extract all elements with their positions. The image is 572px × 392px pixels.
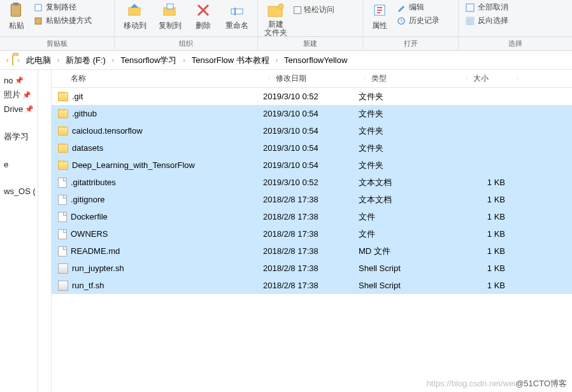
paste-shortcut-icon bbox=[33, 16, 43, 26]
properties-icon bbox=[369, 1, 390, 19]
file-name: run_tf.sh bbox=[72, 281, 104, 290]
table-row[interactable]: .git2019/3/10 0:52文件夹 bbox=[52, 88, 572, 105]
table-row[interactable]: datasets2019/3/10 0:54文件夹 bbox=[52, 139, 572, 157]
table-row[interactable]: .github2019/3/10 0:54文件夹 bbox=[52, 105, 572, 122]
allcancel-button[interactable]: 全部取消 bbox=[464, 1, 510, 13]
table-row[interactable]: caicloud.tensorflow2019/3/10 0:54文件夹 bbox=[52, 122, 572, 139]
sidebar-item[interactable]: e bbox=[3, 158, 35, 171]
table-row[interactable]: Dockerfile2018/2/8 17:38文件1 KB bbox=[52, 208, 572, 225]
file-name: README.md bbox=[71, 246, 120, 256]
table-row[interactable]: run_tf.sh2018/2/8 17:38Shell Script1 KB bbox=[52, 277, 572, 294]
column-header-date[interactable]: 修改日期 bbox=[269, 73, 365, 84]
allcancel-icon bbox=[465, 3, 475, 13]
file-type: 文件夹 bbox=[359, 125, 461, 137]
sidebar-item[interactable] bbox=[3, 171, 35, 185]
table-row[interactable]: run_juypter.sh2018/2/8 17:38Shell Script… bbox=[52, 260, 572, 277]
svg-rect-13 bbox=[466, 4, 474, 11]
file-size: 1 KB bbox=[461, 178, 511, 187]
svg-rect-1 bbox=[13, 3, 19, 5]
file-name: datasets bbox=[72, 143, 103, 153]
chevron-right-icon[interactable]: › bbox=[183, 57, 185, 64]
invert-button[interactable]: 反向选择 bbox=[464, 15, 510, 27]
svg-rect-2 bbox=[35, 4, 41, 11]
moveto-label: 移动到 bbox=[124, 20, 147, 31]
chevron-right-icon[interactable]: › bbox=[57, 57, 59, 64]
paste-shortcut-button[interactable]: 粘贴快捷方式 bbox=[32, 15, 93, 27]
file-icon bbox=[58, 246, 67, 256]
file-type: MD 文件 bbox=[359, 246, 461, 257]
bc-p2[interactable]: TensorFlow 书本教程 bbox=[189, 53, 272, 67]
file-date: 2019/3/10 0:54 bbox=[263, 143, 359, 153]
file-date: 2018/2/8 17:38 bbox=[263, 195, 359, 204]
file-name: .gitattributes bbox=[71, 178, 116, 187]
chevron-right-icon[interactable]: › bbox=[17, 57, 19, 64]
file-date: 2018/2/8 17:38 bbox=[263, 281, 359, 290]
chevron-right-icon[interactable]: › bbox=[112, 57, 114, 64]
file-type: Shell Script bbox=[359, 263, 461, 273]
ribbon-label-new: 新建 bbox=[258, 37, 363, 50]
history-button[interactable]: 历史记录 bbox=[395, 15, 441, 27]
file-date: 2019/3/10 0:54 bbox=[263, 109, 359, 118]
sidebar-item[interactable]: Drive 📌 bbox=[3, 102, 35, 116]
ribbon: 粘贴 复制路径 粘贴快捷方式 移动到 复制到 bbox=[0, 0, 572, 37]
sidebar: no 📌照片 📌Drive 📌 器学习 e ws_OS ( bbox=[0, 70, 38, 392]
copyto-button[interactable]: 复制到 bbox=[157, 1, 183, 31]
file-type: 文件 bbox=[359, 228, 461, 240]
edit-button[interactable]: 编辑 bbox=[395, 1, 441, 13]
column-header-name[interactable]: 名称 bbox=[64, 73, 269, 84]
file-date: 2019/3/10 0:52 bbox=[263, 92, 359, 101]
invert-label: 反向选择 bbox=[478, 15, 508, 26]
sidebar-item-label: no bbox=[4, 76, 13, 85]
paste-shortcut-label: 粘贴快捷方式 bbox=[46, 15, 92, 26]
ribbon-group-select: 全部取消 反向选择 bbox=[459, 0, 572, 36]
file-list: 名称 修改日期 类型 大小 .git2019/3/10 0:52文件夹.gith… bbox=[51, 70, 572, 392]
column-header-type[interactable]: 类型 bbox=[365, 73, 467, 84]
bc-p3[interactable]: TensorflowYellow bbox=[282, 54, 350, 66]
folder-icon bbox=[12, 55, 13, 65]
rename-button[interactable]: 重命名 bbox=[224, 1, 250, 31]
properties-button[interactable]: 属性 bbox=[368, 1, 391, 31]
properties-label: 属性 bbox=[372, 20, 387, 31]
chevron-right-icon[interactable]: › bbox=[6, 57, 8, 64]
breadcrumb[interactable]: › › 此电脑 › 新加卷 (F:) › Tensorflow学习 › Tens… bbox=[0, 51, 572, 70]
column-header-size[interactable]: 大小 bbox=[467, 73, 518, 84]
table-row[interactable]: OWNERS2018/2/8 17:38文件1 KB bbox=[52, 225, 572, 242]
table-row[interactable]: Deep_Learning_with_TensorFlow2019/3/10 0… bbox=[52, 157, 572, 174]
svg-rect-7 bbox=[231, 9, 243, 14]
file-name: .github bbox=[72, 109, 97, 118]
file-date: 2019/3/10 0:54 bbox=[263, 126, 359, 136]
table-row[interactable]: .gitignore2018/2/8 17:38文本文档1 KB bbox=[52, 191, 572, 208]
bc-drive[interactable]: 新加卷 (F:) bbox=[63, 53, 108, 67]
file-type: Shell Script bbox=[359, 281, 461, 290]
bc-root[interactable]: 此电脑 bbox=[24, 53, 54, 67]
bc-p1[interactable]: Tensorflow学习 bbox=[118, 53, 179, 67]
sidebar-item[interactable]: 照片 📌 bbox=[3, 87, 35, 102]
sidebar-item[interactable] bbox=[3, 116, 35, 129]
svg-rect-4 bbox=[129, 8, 140, 15]
paste-button[interactable]: 粘贴 bbox=[5, 1, 28, 31]
file-type: 文件夹 bbox=[359, 91, 461, 102]
sidebar-item[interactable]: no 📌 bbox=[3, 74, 35, 87]
delete-button[interactable]: 删除 bbox=[192, 1, 215, 31]
ribbon-group-new: 新建 文件夹 轻松访问 bbox=[258, 0, 363, 36]
sidebar-item[interactable] bbox=[3, 144, 35, 158]
sidebar-item-label: ws_OS ( bbox=[4, 186, 35, 196]
history-icon bbox=[396, 16, 406, 26]
moveto-button[interactable]: 移动到 bbox=[122, 1, 148, 31]
svg-rect-3 bbox=[35, 18, 41, 24]
sidebar-item[interactable]: 器学习 bbox=[3, 129, 35, 144]
newfolder-button[interactable]: 新建 文件夹 bbox=[263, 1, 289, 37]
easyaccess-button[interactable]: 轻松访问 bbox=[292, 4, 336, 16]
file-date: 2019/3/10 0:52 bbox=[263, 178, 359, 187]
newfolder-label: 新建 文件夹 bbox=[264, 20, 287, 37]
ribbon-label-select: 选择 bbox=[459, 37, 572, 50]
ribbon-labels: 剪贴板 组织 新建 打开 选择 bbox=[0, 37, 572, 51]
svg-rect-0 bbox=[11, 4, 20, 17]
chevron-right-icon[interactable]: › bbox=[276, 57, 278, 64]
sidebar-item[interactable]: ws_OS ( bbox=[3, 185, 35, 198]
copy-path-button[interactable]: 复制路径 bbox=[32, 1, 93, 13]
table-row[interactable]: .gitattributes2019/3/10 0:52文本文档1 KB bbox=[52, 174, 572, 191]
table-row[interactable]: README.md2018/2/8 17:38MD 文件1 KB bbox=[52, 242, 572, 260]
file-size: 1 KB bbox=[461, 263, 511, 273]
watermark-dark: @51CTO博客 bbox=[515, 379, 567, 388]
